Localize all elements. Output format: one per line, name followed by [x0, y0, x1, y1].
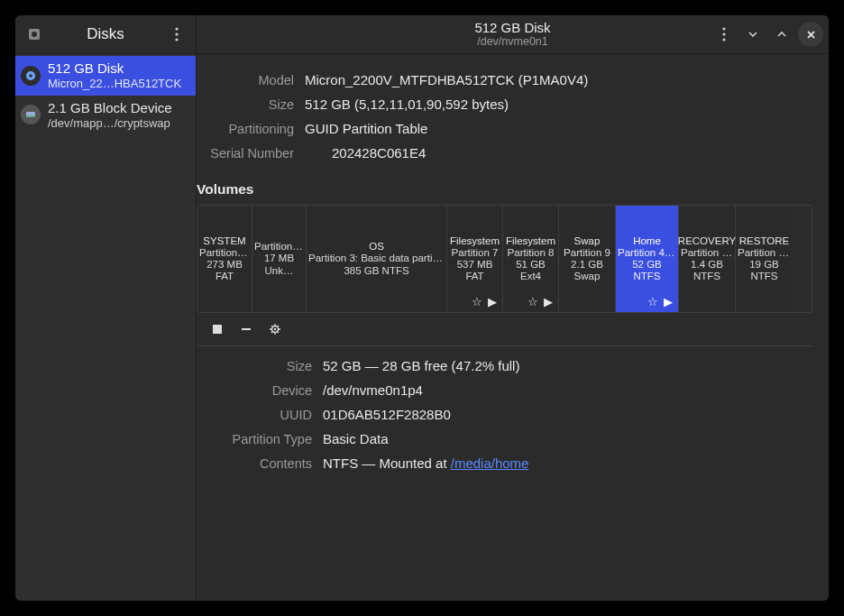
- volume-name: Home: [633, 235, 661, 247]
- volume-cell[interactable]: FilesystemPartition 851 GB Ext4☆▶: [503, 206, 559, 312]
- volume-cell[interactable]: RECOVERYPartition 5…1.4 GB NTFS: [679, 206, 736, 312]
- svg-point-15: [274, 328, 276, 330]
- value-vol-device: /dev/nvme0n1p4: [323, 382, 812, 398]
- row-vol-ptype: Partition Type Basic Data: [197, 427, 812, 451]
- label-vol-size: Size: [197, 359, 312, 373]
- sidebar: Disks 512 GB DiskMicron_22…HBA512TCK2.1 …: [15, 15, 197, 601]
- drive-menu-button[interactable]: [711, 22, 737, 47]
- volume-partition: Partition 5…: [681, 247, 733, 259]
- volume-size: 537 MB FAT: [449, 259, 500, 282]
- row-vol-contents: Contents NTFS — Mounted at /media/home: [197, 451, 812, 475]
- sidebar-menu-button[interactable]: [163, 21, 190, 48]
- row-partitioning: Partitioning GUID Partition Table: [197, 116, 812, 141]
- main-panel: 512 GB Disk /dev/nvme0n1 Model Micron_22…: [197, 15, 829, 601]
- volume-cell[interactable]: HomePartition 4: B…52 GB NTFS☆▶: [616, 206, 679, 312]
- play-icon: ▶: [544, 295, 553, 308]
- device-item[interactable]: 512 GB DiskMicron_22…HBA512TCK: [15, 56, 196, 96]
- volume-cell[interactable]: Partition 2…17 MB Unk…: [252, 206, 307, 312]
- volume-partition: Partition 2…: [254, 241, 304, 253]
- volume-name: Filesystem: [450, 235, 500, 247]
- svg-rect-13: [242, 328, 251, 330]
- value-vol-ptype: Basic Data: [323, 431, 812, 446]
- sidebar-title: Disks: [48, 25, 163, 43]
- row-size: Size 512 GB (5,12,11,01,90,592 bytes): [197, 92, 812, 116]
- value-vol-uuid: 01D6AB512F2828B0: [323, 407, 812, 422]
- maximize-button[interactable]: [769, 22, 794, 47]
- volume-partition: Partition 9: [564, 247, 610, 259]
- main-header: 512 GB Disk /dev/nvme0n1: [197, 15, 829, 54]
- row-vol-size: Size 52 GB — 28 GB free (47.2% full): [197, 354, 812, 378]
- device-subtitle: /dev/mapp…/cryptswap: [48, 116, 172, 131]
- mount-point-link[interactable]: /media/home: [451, 455, 529, 471]
- device-item[interactable]: 2.1 GB Block Device/dev/mapp…/cryptswap: [15, 96, 196, 135]
- svg-rect-12: [213, 325, 222, 334]
- value-size: 512 GB (5,12,11,01,90,592 bytes): [305, 97, 812, 112]
- label-vol-uuid: UUID: [197, 408, 312, 422]
- volume-size: 1.4 GB NTFS: [681, 259, 733, 282]
- partition-options-button[interactable]: [267, 321, 283, 337]
- svg-point-4: [175, 38, 178, 41]
- volume-cell[interactable]: RESTOREPartition 6: …19 GB NTFS: [736, 206, 793, 312]
- minimize-button[interactable]: [740, 22, 766, 47]
- main-body: Model Micron_2200V_MTFDHBA512TCK (P1MA0V…: [197, 54, 829, 475]
- volume-size: 51 GB Ext4: [505, 259, 556, 282]
- volume-toolbar: [197, 313, 812, 346]
- volumes-heading: Volumes: [197, 181, 812, 198]
- unmount-button[interactable]: [209, 321, 225, 337]
- delete-partition-button[interactable]: [238, 321, 254, 337]
- volume-cell[interactable]: FilesystemPartition 7537 MB FAT☆▶: [447, 206, 503, 312]
- value-vol-contents: NTFS — Mounted at /media/home: [323, 455, 812, 471]
- svg-point-6: [29, 74, 32, 78]
- volume-cell[interactable]: SYSTEMPartition 1…273 MB FAT: [197, 206, 252, 312]
- label-serial: Serial Number: [197, 146, 294, 161]
- volume-partition: Partition 1…: [199, 247, 250, 259]
- volume-strip: SYSTEMPartition 1…273 MB FATPartition 2……: [197, 205, 812, 313]
- volume-partition: Partition 7: [452, 247, 499, 259]
- volume-name: RECOVERY: [678, 235, 736, 247]
- device-title: 2.1 GB Block Device: [48, 100, 172, 116]
- value-serial: 202428C061E4: [305, 145, 812, 161]
- play-icon: ▶: [488, 295, 497, 308]
- volume-name: RESTORE: [739, 235, 789, 247]
- svg-point-3: [175, 32, 178, 35]
- volume-partition: Partition 8: [508, 247, 555, 259]
- volume-name: OS: [369, 241, 384, 253]
- disk-icon: [21, 66, 41, 86]
- svg-point-1: [32, 32, 37, 37]
- device-list: 512 GB DiskMicron_22…HBA512TCK2.1 GB Blo…: [15, 54, 196, 134]
- close-button[interactable]: [798, 22, 823, 47]
- row-model: Model Micron_2200V_MTFDHBA512TCK (P1MA0V…: [197, 68, 812, 92]
- label-vol-device: Device: [197, 383, 312, 398]
- device-text: 2.1 GB Block Device/dev/mapp…/cryptswap: [48, 100, 172, 131]
- star-icon: ☆: [472, 295, 482, 308]
- svg-rect-8: [26, 115, 35, 117]
- label-partitioning: Partitioning: [197, 122, 294, 136]
- value-vol-size: 52 GB — 28 GB free (47.2% full): [323, 358, 812, 373]
- volume-detail: Size 52 GB — 28 GB free (47.2% full) Dev…: [197, 354, 812, 475]
- star-icon: ☆: [647, 295, 658, 308]
- volume-size: 19 GB NTFS: [738, 259, 791, 282]
- row-serial: Serial Number 202428C061E4: [197, 141, 812, 165]
- volume-size: 273 MB FAT: [199, 259, 250, 282]
- volume-cell[interactable]: OSPartition 3: Basic data partition385 G…: [307, 206, 447, 312]
- volume-size: 2.1 GB Swap: [561, 259, 613, 282]
- svg-point-9: [722, 27, 725, 30]
- volume-name: Filesystem: [506, 235, 555, 247]
- device-title: 512 GB Disk: [48, 60, 181, 77]
- svg-point-10: [722, 32, 725, 35]
- volume-partition: Partition 4: B…: [618, 247, 676, 259]
- value-partitioning: GUID Partition Table: [305, 121, 812, 136]
- device-text: 512 GB DiskMicron_22…HBA512TCK: [48, 60, 181, 91]
- svg-point-2: [175, 27, 178, 30]
- label-size: Size: [197, 97, 294, 112]
- volume-size: 17 MB Unk…: [254, 253, 304, 276]
- volume-cell[interactable]: SwapPartition 92.1 GB Swap: [559, 206, 616, 312]
- device-subtitle: Micron_22…HBA512TCK: [48, 77, 181, 91]
- label-model: Model: [197, 73, 294, 87]
- label-vol-contents: Contents: [197, 456, 312, 471]
- volume-size: 385 GB NTFS: [344, 265, 408, 277]
- volume-status-icons: ☆▶: [528, 295, 553, 308]
- value-model: Micron_2200V_MTFDHBA512TCK (P1MA0V4): [305, 72, 812, 87]
- volume-partition: Partition 6: …: [738, 247, 791, 259]
- volume-size: 52 GB NTFS: [618, 259, 676, 282]
